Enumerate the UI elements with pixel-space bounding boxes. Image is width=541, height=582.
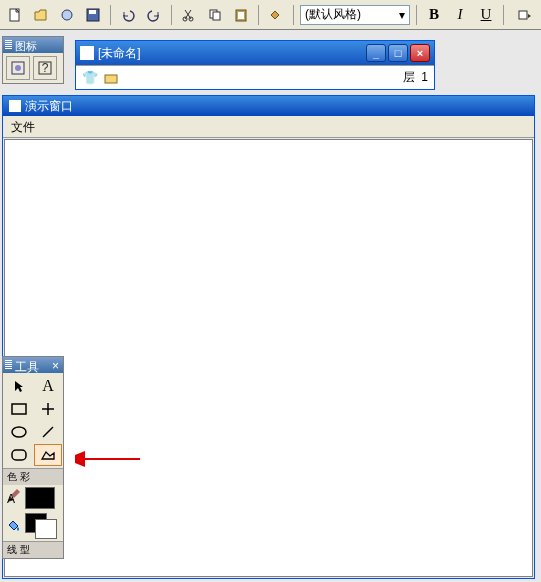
document-titlebar[interactable]: [未命名] _ □ × <box>76 41 434 65</box>
toolbar-separator <box>110 5 111 25</box>
minimize-button[interactable]: _ <box>366 44 386 62</box>
toolbar-separator <box>171 5 172 25</box>
polygon-tool[interactable] <box>34 444 62 466</box>
toolbar-more-button[interactable] <box>513 4 535 26</box>
chevron-down-icon: ▾ <box>399 8 405 22</box>
line-tool[interactable] <box>34 421 62 443</box>
ellipse-tool[interactable] <box>5 421 33 443</box>
svg-point-12 <box>15 65 21 71</box>
layer-info: 层 1 <box>403 69 428 86</box>
layer-label: 层 <box>403 70 415 84</box>
text-color-row: A <box>3 485 63 511</box>
bold-button[interactable]: B <box>423 4 445 26</box>
shape-icon[interactable] <box>104 71 118 85</box>
tools-panel-close-icon[interactable]: × <box>52 359 59 371</box>
display-title: 演示窗口 <box>25 98 73 115</box>
document-window: [未命名] _ □ × 👕 层 1 <box>75 40 435 90</box>
toolbar-separator <box>258 5 259 25</box>
fill-color-row <box>3 511 63 541</box>
svg-rect-3 <box>89 10 96 14</box>
save-button[interactable] <box>82 4 104 26</box>
layer-value: 1 <box>421 70 428 84</box>
undo-button[interactable] <box>117 4 139 26</box>
paste-button[interactable] <box>230 4 252 26</box>
menu-file[interactable]: 文件 <box>11 120 35 134</box>
display-titlebar[interactable]: 演示窗口 <box>3 96 534 116</box>
rounded-rect-tool[interactable] <box>5 444 33 466</box>
icon-panel-button-1[interactable] <box>6 56 30 80</box>
display-canvas[interactable] <box>4 139 533 577</box>
tools-panel: 工具 × A 色 彩 A 线 型 <box>2 356 64 559</box>
text-tool[interactable]: A <box>34 375 62 397</box>
crosshair-tool[interactable] <box>34 398 62 420</box>
svg-text:?: ? <box>42 61 49 75</box>
style-dropdown-label: (默认风格) <box>305 6 361 23</box>
misc-button-1[interactable] <box>56 4 78 26</box>
document-body: 👕 层 1 <box>76 65 434 89</box>
red-arrow-annotation <box>75 450 145 468</box>
text-color-swatch[interactable] <box>25 487 55 509</box>
tools-panel-title-label: 工具 <box>15 359 39 371</box>
copy-button[interactable] <box>204 4 226 26</box>
svg-point-17 <box>12 427 26 437</box>
italic-button[interactable]: I <box>449 4 471 26</box>
svg-line-18 <box>43 427 53 437</box>
tools-panel-title: 工具 × <box>3 357 63 373</box>
main-toolbar: (默认风格) ▾ B I U <box>0 0 541 30</box>
window-buttons: _ □ × <box>366 44 430 62</box>
document-title: [未命名] <box>98 45 366 62</box>
open-file-button[interactable] <box>30 4 52 26</box>
svg-rect-9 <box>238 12 244 19</box>
icon-panel-title: 图标 <box>3 37 63 53</box>
svg-rect-10 <box>519 11 527 19</box>
color-section-label: 色 彩 <box>3 468 63 485</box>
display-menu-bar: 文件 <box>3 116 534 138</box>
pen-color-icon[interactable]: A <box>5 489 23 507</box>
toolbar-separator <box>416 5 417 25</box>
svg-point-1 <box>62 10 72 20</box>
svg-rect-16 <box>12 404 26 414</box>
underline-button[interactable]: U <box>475 4 497 26</box>
cut-button[interactable] <box>178 4 200 26</box>
close-button[interactable]: × <box>410 44 430 62</box>
svg-rect-19 <box>12 450 26 460</box>
bucket-icon[interactable] <box>5 517 23 535</box>
rectangle-tool[interactable] <box>5 398 33 420</box>
display-window: 演示窗口 文件 <box>2 95 535 579</box>
display-window-icon <box>9 100 21 112</box>
document-icon <box>80 46 94 60</box>
icon-panel-body: ? <box>3 53 63 83</box>
pointer-tool[interactable] <box>5 375 33 397</box>
fill-color-swatch[interactable] <box>25 513 57 539</box>
style-dropdown[interactable]: (默认风格) ▾ <box>300 5 410 25</box>
tools-grid: A <box>3 373 63 468</box>
format-button[interactable] <box>265 4 287 26</box>
svg-rect-7 <box>213 12 220 20</box>
line-section-label: 线 型 <box>3 541 63 558</box>
toolbar-separator <box>503 5 504 25</box>
redo-button[interactable] <box>143 4 165 26</box>
toolbar-separator <box>293 5 294 25</box>
svg-rect-15 <box>105 75 117 83</box>
flowline-icon[interactable]: 👕 <box>82 70 98 85</box>
new-file-button[interactable] <box>4 4 26 26</box>
maximize-button[interactable]: □ <box>388 44 408 62</box>
icon-panel: 图标 ? <box>2 36 64 84</box>
svg-text:A: A <box>7 492 15 505</box>
icon-panel-help-button[interactable]: ? <box>33 56 57 80</box>
